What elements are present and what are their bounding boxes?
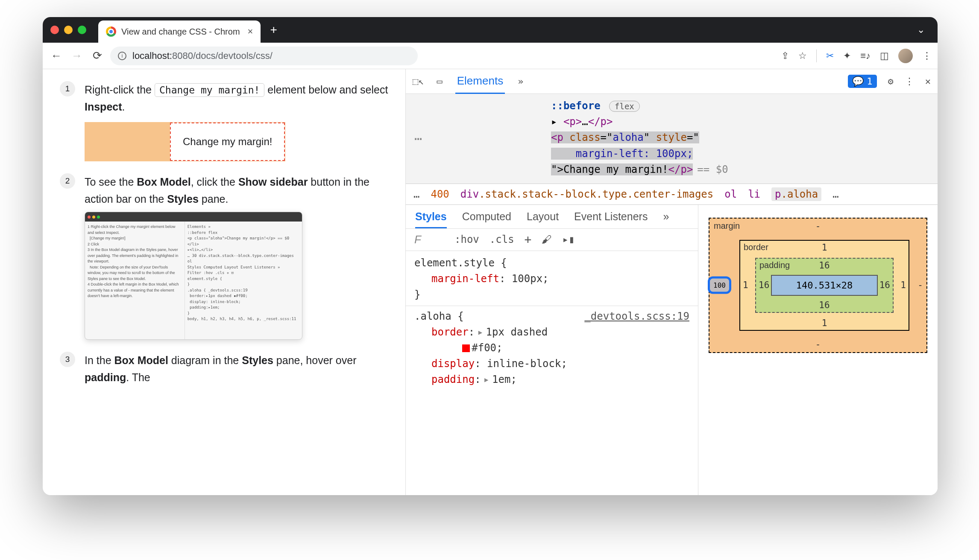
separator bbox=[816, 50, 817, 62]
more-tabs-chevron-icon[interactable]: » bbox=[518, 76, 523, 87]
crumb-selected[interactable]: p.aloha bbox=[771, 187, 821, 201]
site-info-icon[interactable]: i bbox=[118, 52, 126, 60]
traffic-lights bbox=[50, 26, 86, 34]
new-rule-button[interactable]: + bbox=[525, 233, 532, 247]
box-model-margin[interactable]: margin - - - 100 border 1 1 1 1 paddin bbox=[709, 218, 927, 353]
issues-badge[interactable]: 💬 1 bbox=[848, 75, 876, 88]
tab-elements[interactable]: Elements bbox=[455, 69, 505, 94]
crumb-item[interactable]: div.stack.stack--block.type.center-image… bbox=[460, 188, 713, 200]
devtools-toolbar: ⬚↖ ▭ Elements » 💬 1 ⚙ ⋮ ✕ bbox=[406, 69, 938, 94]
step-3: 3 In the Box Model diagram in the Styles… bbox=[60, 352, 388, 386]
crumb-item[interactable]: 400 bbox=[431, 188, 449, 200]
dom-ellipsis-icon[interactable]: ⋯ bbox=[414, 129, 423, 149]
step-text: To see the Box Model, click the Show sid… bbox=[85, 173, 388, 340]
favicon-chrome-icon bbox=[106, 26, 116, 37]
box-model-diagram[interactable]: margin - - - 100 border 1 1 1 1 paddin bbox=[698, 205, 938, 495]
content-area: 1 Right-click the Change my margin! elem… bbox=[43, 69, 938, 495]
styles-action-bar: F :hov .cls + 🖌 ▸▮ bbox=[406, 229, 698, 251]
step-number: 2 bbox=[60, 173, 75, 189]
flex-badge[interactable]: flex bbox=[609, 101, 640, 112]
step-text: Right-click the Change my margin! elemen… bbox=[85, 81, 388, 161]
step-number: 3 bbox=[60, 352, 75, 367]
demo-element[interactable]: Change my margin! bbox=[170, 122, 285, 161]
step-number: 1 bbox=[60, 81, 75, 96]
box-model-border[interactable]: border 1 1 1 1 padding 16 16 16 16 bbox=[739, 240, 909, 331]
tab-event-listeners[interactable]: Event Listeners bbox=[574, 210, 648, 223]
step-text: In the Box Model diagram in the Styles p… bbox=[85, 352, 388, 386]
css-rules[interactable]: element.style { margin-left: 100px; } .a… bbox=[406, 251, 698, 392]
dom-node-collapsed[interactable]: ▸ <p>…</p> bbox=[551, 114, 925, 130]
step-2: 2 To see the Box Model, click the Show s… bbox=[60, 173, 388, 340]
styles-left: Styles Computed Layout Event Listeners »… bbox=[406, 205, 698, 495]
filter-input[interactable]: F bbox=[414, 233, 444, 246]
minimize-window-button[interactable] bbox=[64, 26, 73, 34]
devtools-panel: ⬚↖ ▭ Elements » 💬 1 ⚙ ⋮ ✕ ⋯ ::before fle… bbox=[406, 69, 938, 495]
kebab-menu-icon[interactable]: ⋮ bbox=[905, 76, 914, 87]
titlebar: View and change CSS - Chrom × + ⌄ bbox=[43, 17, 938, 43]
maximize-window-button[interactable] bbox=[78, 26, 86, 34]
share-icon[interactable]: ⇪ bbox=[781, 50, 789, 61]
reload-button[interactable]: ⟳ bbox=[90, 49, 105, 62]
close-devtools-icon[interactable]: ✕ bbox=[925, 76, 931, 87]
tab-title: View and change CSS - Chrom bbox=[121, 27, 240, 37]
styles-tabs: Styles Computed Layout Event Listeners » bbox=[406, 205, 698, 229]
tab-styles[interactable]: Styles bbox=[415, 210, 447, 228]
box-model-padding[interactable]: padding 16 16 16 16 140.531×28 bbox=[755, 258, 894, 313]
box-model-content[interactable]: 140.531×28 bbox=[771, 275, 878, 296]
inspect-element-icon[interactable]: ⬚↖ bbox=[413, 76, 424, 87]
profile-avatar[interactable] bbox=[898, 49, 913, 63]
documentation-pane: 1 Right-click the Change my margin! elem… bbox=[43, 69, 406, 495]
crumb-item[interactable]: ol bbox=[724, 188, 737, 200]
code-chip: Change my margin! bbox=[155, 83, 264, 97]
menu-kebab-icon[interactable]: ⋮ bbox=[922, 50, 932, 61]
tab-computed[interactable]: Computed bbox=[462, 210, 511, 223]
margin-left-editing[interactable]: 100 bbox=[708, 277, 731, 294]
demo-margin-highlight: Change my margin! bbox=[85, 122, 285, 161]
tab-layout[interactable]: Layout bbox=[527, 210, 559, 223]
reading-list-icon[interactable]: ≡♪ bbox=[860, 50, 871, 61]
browser-tab[interactable]: View and change CSS - Chrom × bbox=[98, 20, 261, 43]
url-text: localhost:8080/docs/devtools/css/ bbox=[132, 50, 273, 61]
device-toggle-icon[interactable]: ▭ bbox=[437, 76, 443, 87]
forward-button[interactable]: → bbox=[69, 49, 85, 62]
screenshot-thumbnail: 1 Right-click the Change my margin! elem… bbox=[85, 212, 302, 340]
browser-toolbar: ← → ⟳ i localhost:8080/docs/devtools/css… bbox=[43, 43, 938, 69]
paint-brush-icon[interactable]: 🖌 bbox=[542, 233, 552, 245]
new-tab-button[interactable]: + bbox=[270, 23, 277, 37]
address-bar[interactable]: i localhost:8080/docs/devtools/css/ bbox=[110, 47, 418, 65]
tabs-menu-chevron-icon[interactable]: ⌄ bbox=[917, 24, 930, 35]
scissors-icon[interactable]: ✂ bbox=[826, 50, 834, 61]
styles-area: Styles Computed Layout Event Listeners »… bbox=[406, 205, 938, 495]
close-tab-button[interactable]: × bbox=[248, 26, 253, 37]
close-window-button[interactable] bbox=[50, 26, 59, 34]
back-button[interactable]: ← bbox=[49, 49, 64, 62]
breadcrumbs: … 400 div.stack.stack--block.type.center… bbox=[406, 184, 938, 205]
bookmark-star-icon[interactable]: ☆ bbox=[798, 50, 807, 61]
crumb-item[interactable]: li bbox=[748, 188, 760, 200]
extensions-puzzle-icon[interactable]: ✦ bbox=[843, 50, 851, 61]
side-panel-icon[interactable]: ◫ bbox=[880, 50, 889, 61]
crumb-ellipsis[interactable]: … bbox=[413, 188, 419, 200]
dom-node-selected[interactable]: <p class="aloha" style=" margin-left: 10… bbox=[551, 130, 925, 178]
more-tabs-chevron-icon[interactable]: » bbox=[663, 210, 669, 223]
cls-toggle[interactable]: .cls bbox=[489, 233, 514, 245]
toolbar-actions: ⇪ ☆ ✂ ✦ ≡♪ ◫ ⋮ bbox=[781, 49, 932, 63]
browser-window: View and change CSS - Chrom × + ⌄ ← → ⟳ … bbox=[43, 17, 938, 495]
demo-box: Change my margin! bbox=[85, 122, 388, 161]
step-1: 1 Right-click the Change my margin! elem… bbox=[60, 81, 388, 161]
hov-toggle[interactable]: :hov bbox=[454, 233, 479, 245]
crumb-ellipsis[interactable]: … bbox=[832, 188, 838, 200]
settings-gear-icon[interactable]: ⚙ bbox=[888, 76, 894, 87]
color-swatch-icon[interactable] bbox=[462, 344, 470, 352]
show-sidebar-icon[interactable]: ▸▮ bbox=[562, 233, 575, 245]
dom-tree[interactable]: ⋯ ::before flex ▸ <p>…</p> <p class="alo… bbox=[406, 94, 938, 184]
source-link[interactable]: _devtools.scss:19 bbox=[584, 309, 689, 324]
